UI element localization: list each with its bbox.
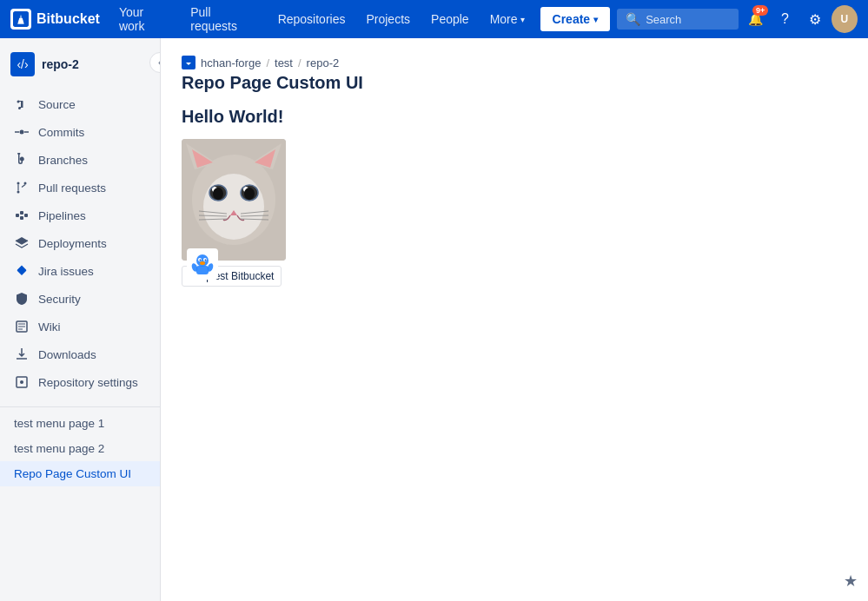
sidebar-item-deployments[interactable]: Deployments xyxy=(0,229,160,257)
breadcrumb-sep-1: / xyxy=(266,56,269,69)
downloads-icon xyxy=(14,347,30,362)
svg-point-23 xyxy=(244,188,255,200)
source-icon xyxy=(14,96,30,112)
topnav: Bitbucket Your work Pull requests Reposi… xyxy=(0,0,868,38)
breadcrumb-sep-2: / xyxy=(298,56,301,69)
svg-point-0 xyxy=(20,130,24,135)
security-icon xyxy=(14,291,30,307)
sidebar: ‹/› repo-2 ‹ Source Commits xyxy=(0,38,161,601)
sidebar-item-custom-3[interactable]: Repo Page Custom UI xyxy=(0,461,160,486)
sidebar-item-custom-1[interactable]: test menu page 1 xyxy=(0,411,160,436)
breadcrumb-project[interactable]: test xyxy=(275,56,293,69)
sidebar-item-commits[interactable]: Commits xyxy=(0,118,160,146)
chevron-down-icon: ▾ xyxy=(593,15,598,24)
breadcrumb: hchan-forge / test / repo-2 xyxy=(182,56,847,69)
svg-point-3 xyxy=(24,182,27,185)
sidebar-item-downloads[interactable]: Downloads xyxy=(0,340,160,368)
nav-more[interactable]: More ▾ xyxy=(481,7,533,31)
wiki-icon xyxy=(14,319,30,334)
deployments-icon xyxy=(14,235,30,251)
svg-point-38 xyxy=(200,260,202,261)
svg-point-2 xyxy=(17,191,20,194)
help-icon: ? xyxy=(781,11,789,27)
svg-rect-6 xyxy=(20,216,23,220)
cat-image-container: Request Bitbucket xyxy=(182,139,286,287)
main-content: hchan-forge / test / repo-2 Repo Page Cu… xyxy=(161,38,868,601)
nav-pull-requests[interactable]: Pull requests xyxy=(182,0,265,38)
nav-your-work[interactable]: Your work xyxy=(110,0,178,38)
sidebar-custom-section: test menu page 1 test menu page 2 Repo P… xyxy=(0,406,160,490)
repo-settings-icon xyxy=(14,374,30,390)
sidebar-item-jira[interactable]: Jira issues xyxy=(0,257,160,285)
search-icon: 🔍 xyxy=(626,12,640,26)
logo-text: Bitbucket xyxy=(36,11,100,27)
sidebar-item-source[interactable]: Source xyxy=(0,90,160,118)
sidebar-repo-name: repo-2 xyxy=(42,57,79,71)
create-button[interactable]: Create ▾ xyxy=(540,7,611,31)
nav-repositories[interactable]: Repositories xyxy=(269,7,354,31)
svg-point-39 xyxy=(205,260,207,261)
svg-point-22 xyxy=(213,188,223,200)
jira-icon xyxy=(14,263,30,279)
sidebar-item-wiki[interactable]: Wiki xyxy=(0,313,160,340)
logo-icon xyxy=(10,9,31,30)
chevron-down-icon: ▾ xyxy=(520,15,525,24)
cat-image xyxy=(182,139,286,261)
svg-point-10 xyxy=(20,380,23,384)
workspace-icon xyxy=(182,56,195,69)
sidebar-nav: Source Commits Branches Pull requests xyxy=(0,83,160,403)
pullrequests-icon xyxy=(14,180,30,195)
search-box[interactable]: 🔍 Search xyxy=(617,9,739,30)
breadcrumb-repo[interactable]: repo-2 xyxy=(307,56,340,69)
sidebar-item-pull-requests[interactable]: Pull requests xyxy=(0,174,160,201)
sidebar-item-branches[interactable]: Branches xyxy=(0,146,160,174)
repo-icon: ‹/› xyxy=(10,52,35,76)
notifications-button[interactable]: 🔔 9+ xyxy=(742,5,768,33)
help-button[interactable]: ? xyxy=(772,5,798,33)
bitbucket-logo[interactable]: Bitbucket xyxy=(10,9,100,30)
svg-point-1 xyxy=(17,182,20,185)
sidebar-item-security[interactable]: Security xyxy=(0,285,160,313)
commits-icon xyxy=(14,124,30,140)
sidebar-header: ‹/› repo-2 xyxy=(0,45,160,83)
sidebar-item-repo-settings[interactable]: Repository settings xyxy=(0,368,160,396)
svg-point-17 xyxy=(203,174,264,240)
svg-rect-35 xyxy=(196,266,209,274)
svg-rect-5 xyxy=(20,211,23,215)
svg-rect-4 xyxy=(16,214,19,217)
sidebar-item-pipelines[interactable]: Pipelines xyxy=(0,201,160,229)
branches-icon xyxy=(14,152,30,168)
nav-people[interactable]: People xyxy=(422,7,478,31)
breadcrumb-workspace[interactable]: hchan-forge xyxy=(201,56,261,69)
content-heading: Hello World! xyxy=(182,107,847,127)
avatar[interactable]: U xyxy=(832,5,858,33)
notification-badge: 9+ xyxy=(752,5,768,16)
gear-icon: ⚙ xyxy=(809,11,821,28)
nav-projects[interactable]: Projects xyxy=(357,7,419,31)
svg-rect-7 xyxy=(24,214,28,217)
svg-point-40 xyxy=(200,261,205,265)
pipelines-icon xyxy=(14,208,30,223)
footer-star-icon[interactable]: ★ xyxy=(844,571,858,591)
page-title: Repo Page Custom UI xyxy=(182,73,847,93)
settings-button[interactable]: ⚙ xyxy=(802,5,828,33)
bitbucket-overlay xyxy=(187,248,218,280)
sidebar-item-custom-2[interactable]: test menu page 2 xyxy=(0,436,160,461)
